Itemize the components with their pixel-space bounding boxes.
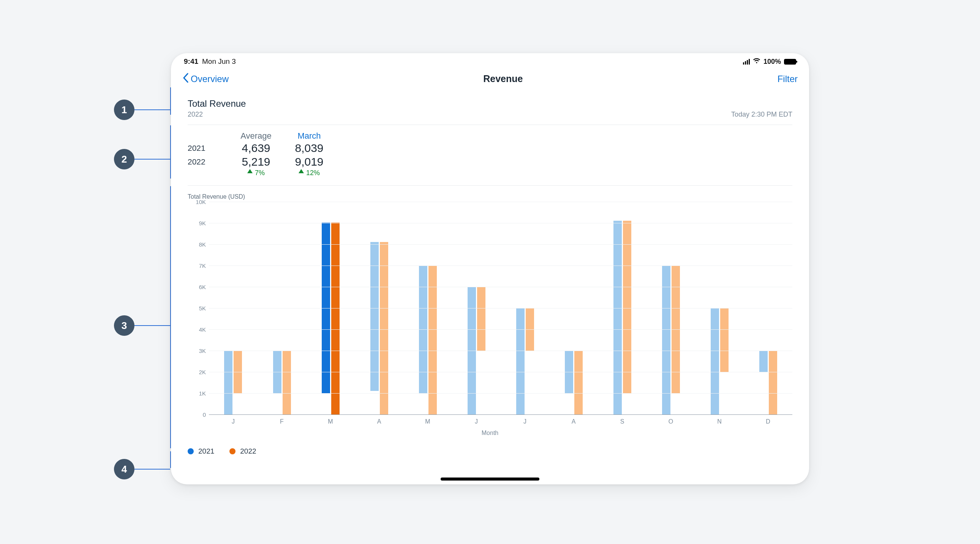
y-tick-label: 1K: [199, 390, 206, 397]
bar[interactable]: [477, 287, 485, 351]
status-bar: 9:41 Mon Jun 3 100%: [171, 53, 809, 70]
metrics-row-year: 2022: [188, 157, 229, 166]
legend-label: 2021: [198, 447, 214, 455]
page-title: Revenue: [483, 73, 523, 84]
y-tick-label: 2K: [199, 369, 206, 375]
bar[interactable]: [283, 351, 291, 414]
bar[interactable]: [769, 351, 777, 414]
bar-group[interactable]: [224, 351, 242, 414]
x-tick-label: A: [355, 418, 403, 425]
metrics-value: 8,039: [283, 142, 336, 154]
bar[interactable]: [613, 221, 622, 414]
bar[interactable]: [720, 308, 729, 372]
metrics-col-month: March: [283, 131, 336, 141]
chart-x-axis-title: Month: [188, 429, 792, 436]
y-tick-label: 0: [203, 411, 206, 418]
status-date: Mon Jun 3: [202, 57, 236, 66]
x-tick-label: J: [209, 418, 258, 425]
bar[interactable]: [428, 266, 437, 414]
y-tick-label: 4K: [199, 326, 206, 333]
x-tick-label: N: [695, 418, 744, 425]
status-time: 9:41: [184, 57, 198, 66]
battery-icon: [784, 59, 796, 65]
up-triangle-icon: [299, 169, 304, 173]
x-tick-label: J: [501, 418, 549, 425]
chart[interactable]: Total Revenue (USD) 01K2K3K4K5K6K7K8K9K1…: [188, 186, 792, 436]
chart-legend: 2021 2022: [188, 436, 792, 459]
section-title: Total Revenue: [188, 99, 246, 109]
bar-group[interactable]: [419, 266, 437, 414]
x-tick-label: M: [403, 418, 452, 425]
home-indicator: [441, 477, 539, 480]
annotation-callout-4: 4: [114, 459, 170, 479]
x-tick-label: A: [549, 418, 598, 425]
filter-button[interactable]: Filter: [778, 74, 798, 84]
annotation-callout-1: 1: [114, 100, 170, 120]
bar[interactable]: [623, 221, 631, 393]
bar[interactable]: [662, 266, 670, 414]
annotation-badge: 2: [114, 149, 134, 169]
legend-swatch-icon: [188, 448, 194, 454]
timestamp: Today 2:30 PM EDT: [731, 111, 792, 119]
chevron-left-icon: [182, 73, 189, 85]
annotation-callout-3: 3: [114, 315, 170, 336]
section-header: Total Revenue 2022 Today 2:30 PM EDT: [188, 90, 792, 125]
bar-group[interactable]: [565, 351, 583, 414]
legend-item: 2022: [229, 447, 256, 455]
metrics-change: 12%: [283, 169, 336, 177]
x-tick-label: F: [258, 418, 306, 425]
bar-group[interactable]: [370, 242, 388, 414]
navigation-bar: Overview Revenue Filter: [171, 70, 809, 90]
metrics-row-year: 2021: [188, 143, 229, 153]
annotation-badge: 4: [114, 459, 134, 479]
bar-group[interactable]: [322, 223, 340, 414]
metrics-value: 5,219: [229, 155, 283, 168]
y-tick-label: 6K: [199, 284, 206, 290]
annotation-badge: 3: [114, 315, 134, 336]
tablet-frame: 9:41 Mon Jun 3 100% Overview Revenue Fil…: [171, 53, 809, 484]
metrics-value: 4,639: [229, 142, 283, 154]
y-axis: 01K2K3K4K5K6K7K8K9K10K: [188, 202, 209, 414]
x-tick-label: S: [598, 418, 646, 425]
section-subtitle: 2022: [188, 111, 246, 119]
metrics-value: 9,019: [283, 155, 336, 168]
bar[interactable]: [516, 308, 525, 414]
x-tick-label: D: [744, 418, 792, 425]
y-tick-label: 8K: [199, 241, 206, 248]
bar-group[interactable]: [273, 351, 291, 414]
x-tick-label: J: [452, 418, 501, 425]
legend-item: 2021: [188, 447, 214, 455]
up-triangle-icon: [247, 169, 253, 173]
metrics-block: Average March 2021 4,639 8,039 2022 5,21…: [188, 125, 792, 186]
bar-group[interactable]: [759, 351, 777, 414]
bar[interactable]: [331, 223, 340, 414]
y-tick-label: 5K: [199, 305, 206, 312]
back-button[interactable]: Overview: [182, 73, 229, 85]
annotation-callout-2: 2: [114, 149, 170, 169]
y-tick-label: 7K: [199, 262, 206, 269]
cellular-icon: [743, 59, 750, 65]
metrics-col-average: Average: [229, 131, 283, 141]
x-axis: JFMAMJJASOND: [209, 418, 792, 425]
bar[interactable]: [574, 351, 583, 414]
legend-swatch-icon: [229, 448, 235, 454]
bar-group[interactable]: [613, 221, 631, 414]
bar[interactable]: [370, 242, 379, 391]
bar-group[interactable]: [516, 308, 534, 414]
chart-plot-area: [209, 202, 792, 414]
annotation-badge: 1: [114, 100, 134, 120]
y-tick-label: 3K: [199, 348, 206, 354]
x-tick-label: O: [646, 418, 695, 425]
battery-percent: 100%: [764, 58, 781, 66]
bar[interactable]: [759, 351, 768, 372]
bar[interactable]: [380, 242, 388, 414]
y-tick-label: 10K: [196, 199, 206, 205]
back-label: Overview: [191, 74, 229, 84]
bar-group[interactable]: [711, 308, 729, 414]
bar[interactable]: [711, 308, 719, 414]
bar[interactable]: [224, 351, 232, 414]
bar-group[interactable]: [662, 266, 680, 414]
y-tick-label: 9K: [199, 220, 206, 226]
x-tick-label: M: [306, 418, 355, 425]
legend-label: 2022: [240, 447, 256, 455]
